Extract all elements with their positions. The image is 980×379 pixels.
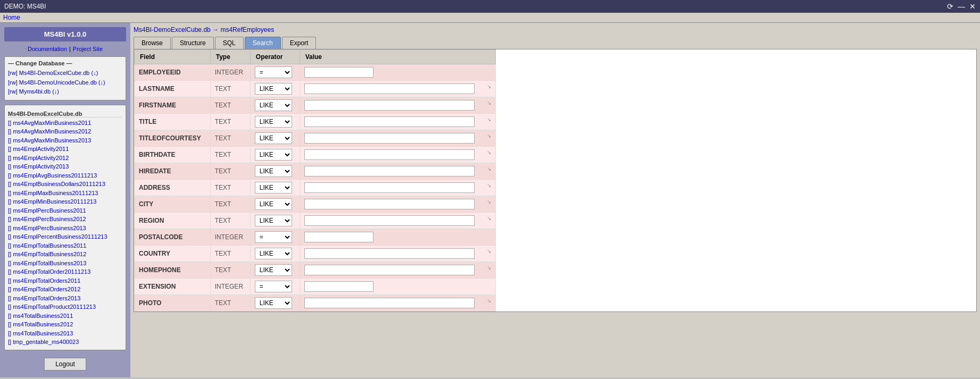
operator-select[interactable]: LIKE=!=><>=<=IS NULLIS NOT NULL [255,297,292,309]
sidebar: MS4BI v1.0.0 Documentation | Project Sit… [0,23,130,377]
tab-export[interactable]: Export [282,37,317,49]
table-item[interactable]: [] ms4EmplMaxBusiness20111213 [8,189,122,198]
col-type: Type [210,50,250,64]
type-label: TEXT [215,151,231,158]
search-rows: EMPLOYEEIDINTEGER=!=><>=<=IS NULLIS NOT … [135,64,496,311]
value-input[interactable] [304,83,475,94]
type-label: TEXT [215,266,231,274]
table-row: BIRTHDATETEXTLIKE=!=><>=<=IS NULLIS NOT … [135,147,496,163]
table-item[interactable]: [] ms4EmplPercBusiness2012 [8,215,122,224]
value-input[interactable] [304,182,475,193]
type-cell: TEXT [210,196,250,213]
value-input[interactable] [304,100,475,111]
table-item[interactable]: [] ms4EmplTotalOrders2011 [8,276,122,285]
operator-select[interactable]: LIKE=!=><>=<=IS NULLIS NOT NULL [255,165,292,177]
operator-select[interactable]: =!=><>=<=IS NULLIS NOT NULL [255,231,292,243]
field-name: FIRSTNAME [139,102,176,109]
menu-bar: Home [0,13,980,23]
table-item[interactable]: [] tmp_gentable_ms400023 [8,338,122,347]
value-input[interactable] [304,298,475,308]
table-row: TITLEOFCOURTESYTEXTLIKE=!=><>=<=IS NULLI… [135,130,496,147]
field-name-cell: TITLEOFCOURTESY [135,130,211,147]
type-cell: TEXT [210,97,250,114]
type-cell: TEXT [210,246,250,262]
operator-select[interactable]: LIKE=!=><>=<=IS NULLIS NOT NULL [255,215,292,226]
operator-select[interactable]: LIKE=!=><>=<=IS NULLIS NOT NULL [255,264,292,276]
db-item-myms4bi[interactable]: [rw] Myms4bi.db (↓) [8,87,122,97]
operator-select[interactable]: LIKE=!=><>=<=IS NULLIS NOT NULL [255,182,292,193]
search-panel: Field Type Operator Value EMPLOYEEIDINTE… [134,49,977,312]
table-item[interactable]: [] ms4TotalBusiness2012 [8,320,122,329]
value-input[interactable] [304,166,475,176]
breadcrumb-table[interactable]: ms4RefEmployees [220,26,274,33]
operator-select[interactable]: =!=><>=<=IS NULLIS NOT NULL [255,281,292,292]
value-input[interactable] [304,232,373,242]
table-item[interactable]: [] ms4EmplPercentBusiness20111213 [8,232,122,241]
table-item[interactable]: [] ms4EmplPercBusiness2011 [8,206,122,215]
table-item[interactable]: [] ms4EmplPercBusiness2013 [8,224,122,233]
operator-select[interactable]: LIKE=!=><>=<=IS NULLIS NOT NULL [255,248,292,259]
resize-handle: ↘ [487,100,491,106]
home-link[interactable]: Home [3,14,20,21]
operator-select[interactable]: LIKE=!=><>=<=IS NULLIS NOT NULL [255,83,292,95]
table-item[interactable]: [] ms4EmplTotalOrder20111213 [8,267,122,276]
operator-select[interactable]: LIKE=!=><>=<=IS NULLIS NOT NULL [255,132,292,144]
operator-select[interactable]: LIKE=!=><>=<=IS NULLIS NOT NULL [255,116,292,128]
table-item[interactable]: [] ms4EmplMinBusiness20111213 [8,197,122,206]
value-input[interactable] [304,133,475,144]
table-item[interactable]: [] ms4EmplTotalProduct20111213 [8,302,122,311]
value-input[interactable] [304,281,373,292]
operator-select[interactable]: =!=><>=<=IS NULLIS NOT NULL [255,66,292,78]
tab-search[interactable]: Search [245,37,281,49]
type-cell: INTEGER [210,229,250,246]
operator-select[interactable]: LIKE=!=><>=<=IS NULLIS NOT NULL [255,198,292,210]
logout-button[interactable]: Logout [44,358,86,370]
tabs: BrowseStructureSQLSearchExport [134,37,977,49]
documentation-link[interactable]: Documentation [28,46,67,52]
project-site-link[interactable]: Project Site [73,46,103,52]
table-item[interactable]: [] ms4EmplActivity2011 [8,145,122,154]
table-item[interactable]: [] ms4TotalBusiness2011 [8,311,122,321]
value-input[interactable] [304,149,475,160]
db-item-unicode[interactable]: [rw] Ms4BI-DemoUnicodeCube.db (↓) [8,78,122,88]
table-item[interactable]: [] ms4AvgMaxMinBusiness2011 [8,119,122,128]
table-item[interactable]: [] ms4EmplTotalOrders2012 [8,285,122,294]
table-item[interactable]: [] ms4AvgMaxMinBusiness2013 [8,136,122,145]
value-input[interactable] [304,116,475,127]
refresh-icon[interactable]: ⟳ [947,2,953,11]
value-input[interactable] [304,248,475,259]
table-item[interactable]: [] ms4EmplActivity2013 [8,162,122,171]
tab-sql[interactable]: SQL [215,37,244,49]
tab-structure[interactable]: Structure [172,37,214,49]
table-row: CITYTEXTLIKE=!=><>=<=IS NULLIS NOT NULL↘ [135,196,496,213]
table-item[interactable]: [] ms4TotalBusiness2013 [8,329,122,338]
db-item-excel[interactable]: [rw] Ms4BI-DemoExcelCube.db (↓) [8,69,122,78]
minimize-icon[interactable]: — [958,2,965,11]
breadcrumb-db[interactable]: Ms4BI-DemoExcelCube.db [134,26,211,33]
value-cell: ↘ [300,246,495,262]
table-item[interactable]: [] ms4EmplTotalBusiness2013 [8,259,122,268]
field-name-cell: BIRTHDATE [135,147,211,163]
table-row: COUNTRYTEXTLIKE=!=><>=<=IS NULLIS NOT NU… [135,246,496,262]
type-cell: INTEGER [210,64,250,81]
table-item[interactable]: [] ms4EmplTotalBusiness2012 [8,250,122,259]
operator-cell: LIKE=!=><>=<=IS NULLIS NOT NULL [250,180,300,196]
main-content: Ms4BI-DemoExcelCube.db → ms4RefEmployees… [130,23,980,377]
operator-select[interactable]: LIKE=!=><>=<=IS NULLIS NOT NULL [255,99,292,111]
value-cell: ↘ [300,196,495,213]
table-item[interactable]: [] ms4AvgMaxMinBusiness2012 [8,127,122,136]
close-icon[interactable]: ✕ [969,2,976,11]
type-label: TEXT [215,250,231,257]
value-input[interactable] [304,215,475,226]
table-item[interactable]: [] ms4EmplBusinessDollars20111213 [8,180,122,189]
table-item[interactable]: [] ms4EmplAvgBusiness20111213 [8,171,122,180]
resize-handle: ↘ [487,83,491,89]
operator-select[interactable]: LIKE=!=><>=<=IS NULLIS NOT NULL [255,149,292,161]
tab-browse[interactable]: Browse [134,37,171,49]
table-item[interactable]: [] ms4EmplTotalOrders2013 [8,294,122,303]
value-input[interactable] [304,265,475,275]
table-item[interactable]: [] ms4EmplActivity2012 [8,154,122,163]
value-input[interactable] [304,67,373,78]
value-input[interactable] [304,199,475,209]
table-item[interactable]: [] ms4EmplTotalBusiness2011 [8,241,122,250]
